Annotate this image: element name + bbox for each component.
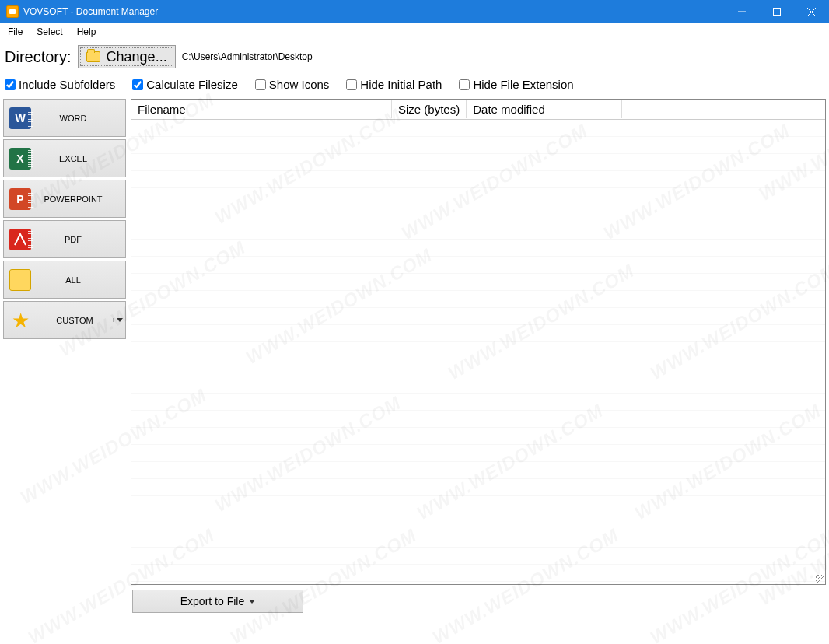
titlebar: VOVSOFT - Document Manager bbox=[0, 0, 829, 23]
sidebar-excel-label: EXCEL bbox=[37, 154, 125, 163]
export-to-file-button[interactable]: Export to File bbox=[132, 590, 303, 613]
sidebar-custom-label: CUSTOM bbox=[37, 316, 113, 325]
minimize-button[interactable] bbox=[724, 0, 759, 23]
chevron-down-icon bbox=[249, 600, 255, 604]
table-body[interactable] bbox=[131, 120, 825, 584]
sidebar-all-button[interactable]: ALL bbox=[3, 261, 126, 299]
star-icon: ★ bbox=[12, 310, 30, 331]
app-icon bbox=[6, 5, 19, 18]
col-date-modified[interactable]: Date modified bbox=[467, 100, 622, 118]
hide-file-ext-checkbox[interactable] bbox=[459, 79, 470, 90]
directory-label: Directory: bbox=[3, 48, 72, 66]
opt-calculate-filesize[interactable]: Calculate Filesize bbox=[132, 78, 238, 91]
directory-path: C:\Users\Administrator\Desktop bbox=[182, 51, 313, 62]
calculate-filesize-checkbox[interactable] bbox=[132, 79, 143, 90]
export-label: Export to File bbox=[180, 595, 244, 607]
opt-show-icons[interactable]: Show Icons bbox=[255, 78, 330, 91]
sidebar-custom-button[interactable]: ★ CUSTOM bbox=[3, 301, 126, 339]
custom-dropdown-button[interactable] bbox=[113, 318, 125, 322]
sidebar: W WORD X EXCEL P POWERPOINT PDF ALL ★ CU… bbox=[3, 99, 126, 585]
hide-initial-path-label: Hide Initial Path bbox=[360, 78, 442, 91]
minimize-icon bbox=[738, 8, 746, 16]
show-icons-checkbox[interactable] bbox=[255, 79, 266, 90]
include-subfolders-checkbox[interactable] bbox=[5, 79, 16, 90]
folder-icon bbox=[86, 51, 100, 62]
window-title: VOVSOFT - Document Manager bbox=[23, 6, 158, 17]
directory-row: Directory: Change... C:\Users\Administra… bbox=[0, 40, 829, 73]
word-icon: W bbox=[9, 107, 31, 129]
svg-rect-1 bbox=[773, 9, 780, 16]
excel-icon: X bbox=[9, 148, 31, 170]
menu-help[interactable]: Help bbox=[74, 25, 100, 39]
hide-file-ext-label: Hide File Extension bbox=[473, 78, 573, 91]
close-button[interactable] bbox=[794, 0, 829, 23]
table-header: Filename Size (bytes) Date modified bbox=[131, 100, 825, 120]
maximize-button[interactable] bbox=[759, 0, 794, 23]
pdf-icon bbox=[9, 229, 31, 250]
change-button-label: Change... bbox=[107, 49, 167, 65]
opt-include-subfolders[interactable]: Include Subfolders bbox=[5, 78, 115, 91]
window-controls bbox=[724, 0, 829, 23]
hide-initial-path-checkbox[interactable] bbox=[346, 79, 357, 90]
sidebar-powerpoint-button[interactable]: P POWERPOINT bbox=[3, 180, 126, 218]
include-subfolders-label: Include Subfolders bbox=[19, 78, 115, 91]
col-size[interactable]: Size (bytes) bbox=[392, 100, 467, 118]
calculate-filesize-label: Calculate Filesize bbox=[146, 78, 238, 91]
menu-select[interactable]: Select bbox=[33, 25, 65, 39]
menubar: File Select Help bbox=[0, 23, 829, 40]
sidebar-pdf-button[interactable]: PDF bbox=[3, 220, 126, 258]
all-files-icon bbox=[9, 269, 31, 291]
col-empty bbox=[622, 107, 825, 112]
main-area: W WORD X EXCEL P POWERPOINT PDF ALL ★ CU… bbox=[0, 99, 829, 585]
sidebar-powerpoint-label: POWERPOINT bbox=[37, 194, 125, 204]
powerpoint-icon: P bbox=[9, 188, 31, 210]
menu-file[interactable]: File bbox=[5, 25, 26, 39]
file-table: Filename Size (bytes) Date modified bbox=[131, 99, 826, 585]
sidebar-word-label: WORD bbox=[37, 114, 125, 123]
opt-hide-initial-path[interactable]: Hide Initial Path bbox=[346, 78, 442, 91]
close-icon bbox=[807, 8, 816, 16]
sidebar-all-label: ALL bbox=[37, 275, 125, 285]
sidebar-word-button[interactable]: W WORD bbox=[3, 99, 126, 137]
sidebar-pdf-label: PDF bbox=[37, 235, 125, 244]
col-filename[interactable]: Filename bbox=[131, 100, 392, 118]
opt-hide-file-extension[interactable]: Hide File Extension bbox=[459, 78, 573, 91]
show-icons-label: Show Icons bbox=[269, 78, 330, 91]
chevron-down-icon bbox=[117, 318, 123, 322]
change-directory-button[interactable]: Change... bbox=[78, 45, 176, 68]
sidebar-excel-button[interactable]: X EXCEL bbox=[3, 139, 126, 177]
export-row: Export to File bbox=[0, 585, 829, 613]
maximize-icon bbox=[773, 8, 781, 16]
options-row: Include Subfolders Calculate Filesize Sh… bbox=[0, 73, 829, 99]
